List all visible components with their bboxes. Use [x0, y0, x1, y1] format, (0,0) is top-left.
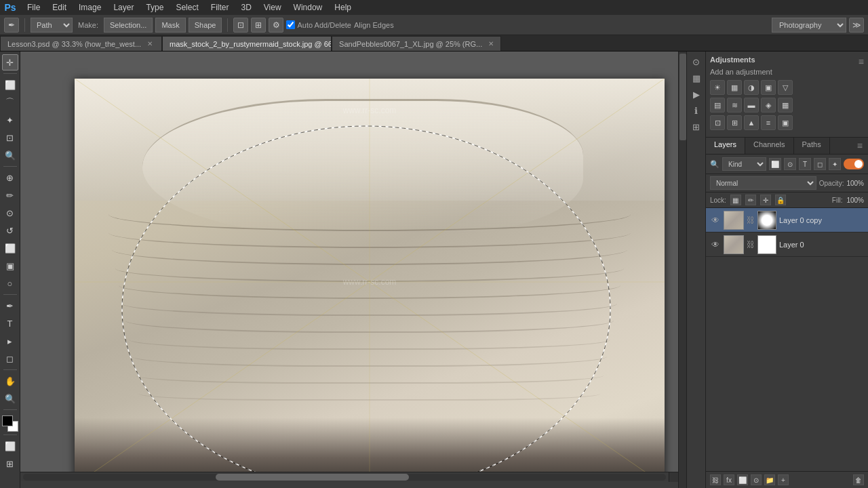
- workspace-select[interactable]: Photography Essentials Design: [772, 18, 846, 33]
- panel-icon-1[interactable]: ⊙: [689, 54, 704, 69]
- layer-0-visibility[interactable]: 👁: [710, 239, 721, 250]
- hand-tool[interactable]: ✋: [2, 373, 18, 389]
- gradient-map-btn[interactable]: ≡: [761, 115, 776, 130]
- brightness-contrast-btn[interactable]: ☀: [710, 80, 725, 95]
- tab-mask-stock[interactable]: mask_stock_2_by_rustymermaid_stock.jpg @…: [162, 36, 332, 51]
- tab-layers[interactable]: Layers: [706, 138, 745, 154]
- history-brush-tool[interactable]: ↺: [2, 222, 18, 239]
- menu-view[interactable]: View: [258, 1, 287, 14]
- spot-healing-tool[interactable]: ⊕: [2, 169, 18, 186]
- panel-icon-3[interactable]: ▶: [689, 87, 704, 102]
- lasso-tool[interactable]: ⌒: [2, 94, 18, 110]
- layer-row-copy[interactable]: 👁 ⛓ Layer 0 copy: [706, 208, 868, 232]
- lock-position-btn[interactable]: ✛: [760, 195, 771, 205]
- quick-select-tool[interactable]: ✦: [2, 112, 18, 128]
- panel-icon-5[interactable]: ⊞: [689, 119, 704, 134]
- eyedropper-tool[interactable]: 🔍: [2, 147, 18, 163]
- clone-stamp-tool[interactable]: ⊙: [2, 205, 18, 221]
- mask-mode-btn[interactable]: ⬜: [2, 438, 18, 454]
- v-scroll-thumb[interactable]: [679, 54, 686, 140]
- h-scroll-thumb[interactable]: [216, 474, 408, 481]
- filter-pixel-icon[interactable]: ⬜: [769, 158, 781, 170]
- screen-mode-btn[interactable]: ⊞: [2, 455, 18, 472]
- canvas-document[interactable]: www.rr-sc.com www.rr-sc.com: [75, 79, 665, 472]
- blend-mode-select[interactable]: Normal Multiply Screen Overlay: [710, 176, 816, 190]
- color-balance-btn[interactable]: ≋: [727, 98, 742, 113]
- menu-type[interactable]: Type: [140, 1, 169, 14]
- brush-tool[interactable]: ✏: [2, 187, 18, 203]
- dodge-tool[interactable]: ○: [2, 275, 18, 291]
- filter-type-icon[interactable]: T: [799, 158, 811, 170]
- threshold-btn[interactable]: ▲: [744, 115, 759, 130]
- h-scroll-track[interactable]: [23, 474, 666, 481]
- tab-close-sand[interactable]: ✕: [486, 39, 496, 48]
- mask-button[interactable]: Mask: [155, 18, 185, 33]
- layer-style-btn[interactable]: fx: [724, 474, 734, 485]
- menu-3d[interactable]: 3D: [235, 1, 256, 14]
- posterize-btn[interactable]: ⊞: [727, 115, 742, 130]
- curves-btn[interactable]: ◑: [744, 80, 759, 95]
- menu-window[interactable]: Window: [288, 1, 328, 14]
- zoom-tool[interactable]: 🔍: [2, 390, 18, 407]
- move-tool[interactable]: ✛: [2, 54, 18, 70]
- marquee-tool[interactable]: ⬜: [2, 77, 18, 93]
- auto-add-delete-checkbox[interactable]: [286, 20, 295, 29]
- menu-help[interactable]: Help: [329, 1, 357, 14]
- path-selection-tool[interactable]: ▸: [2, 333, 18, 349]
- menu-edit[interactable]: Edit: [47, 1, 72, 14]
- hsl-btn[interactable]: ▤: [710, 98, 725, 113]
- workspace-expand-icon[interactable]: ≫: [849, 18, 864, 33]
- opacity-value[interactable]: 100%: [846, 180, 864, 187]
- selection-button[interactable]: Selection...: [104, 18, 153, 33]
- foreground-background-colors[interactable]: [2, 415, 18, 432]
- shape-button[interactable]: Shape: [189, 18, 222, 33]
- layer-copy-visibility[interactable]: 👁: [710, 215, 721, 226]
- selective-color-btn[interactable]: ▣: [778, 115, 793, 130]
- panel-icon-2[interactable]: ▦: [689, 70, 704, 85]
- photo-filter-btn[interactable]: ◈: [761, 98, 776, 113]
- filter-shape-icon[interactable]: ◻: [814, 158, 826, 170]
- channel-mixer-btn[interactable]: ▦: [778, 98, 793, 113]
- panel-icon-4[interactable]: ℹ: [689, 103, 704, 118]
- crop-tool[interactable]: ⊡: [2, 129, 18, 146]
- new-layer-btn[interactable]: +: [778, 474, 789, 485]
- canvas-v-scrollbar[interactable]: [678, 52, 686, 488]
- pen-tool-icon[interactable]: ✒: [4, 18, 19, 33]
- delete-layer-btn[interactable]: 🗑: [853, 474, 864, 485]
- filter-adj-icon[interactable]: ⊙: [784, 158, 796, 170]
- tab-sand-pebbles[interactable]: SandPebbles0067_1_XL.jpg @ 25% (RG... ✕: [332, 36, 501, 51]
- gradient-tool[interactable]: ▣: [2, 258, 18, 274]
- tab-lesson3[interactable]: Lesson3.psd @ 33.3% (how_the_west... ✕: [0, 36, 162, 51]
- menu-file[interactable]: File: [22, 1, 45, 14]
- filter-smart-icon[interactable]: ✦: [829, 158, 841, 170]
- adjustments-menu-icon[interactable]: ≡: [859, 56, 864, 67]
- pen-tool[interactable]: ✒: [2, 298, 18, 314]
- foreground-color[interactable]: [2, 415, 13, 426]
- layers-panel-menu-icon[interactable]: ≡: [852, 138, 868, 154]
- new-group-btn[interactable]: 📁: [764, 474, 775, 485]
- invert-btn[interactable]: ⊡: [710, 115, 725, 130]
- shape-tool[interactable]: ◻: [2, 350, 18, 367]
- settings-icon[interactable]: ⚙: [269, 18, 283, 33]
- path-mode-select[interactable]: Path Shape Pixels: [31, 18, 73, 33]
- exposure-btn[interactable]: ▣: [761, 80, 776, 95]
- layer-mask-btn[interactable]: ⬜: [737, 474, 748, 485]
- tab-paths[interactable]: Paths: [794, 138, 830, 154]
- vibrance-btn[interactable]: ▽: [778, 80, 793, 95]
- filter-toggle[interactable]: [844, 159, 864, 169]
- type-tool[interactable]: T: [2, 315, 18, 331]
- menu-select[interactable]: Select: [170, 1, 203, 14]
- tab-channels[interactable]: Channels: [745, 138, 793, 154]
- tab-close-lesson3[interactable]: ✕: [145, 39, 155, 48]
- fill-value[interactable]: 100%: [846, 197, 864, 204]
- warp-icon[interactable]: ⊞: [251, 18, 266, 33]
- eraser-tool[interactable]: ⬜: [2, 240, 18, 256]
- menu-image[interactable]: Image: [73, 1, 106, 14]
- bw-btn[interactable]: ▬: [744, 98, 759, 113]
- lock-pixels-btn[interactable]: ▦: [730, 195, 741, 205]
- link-layers-btn[interactable]: ⛓: [710, 474, 721, 485]
- levels-btn[interactable]: ▦: [727, 80, 742, 95]
- lock-all-btn[interactable]: 🔒: [775, 195, 786, 205]
- menu-layer[interactable]: Layer: [108, 1, 139, 14]
- menu-filter[interactable]: Filter: [205, 1, 235, 14]
